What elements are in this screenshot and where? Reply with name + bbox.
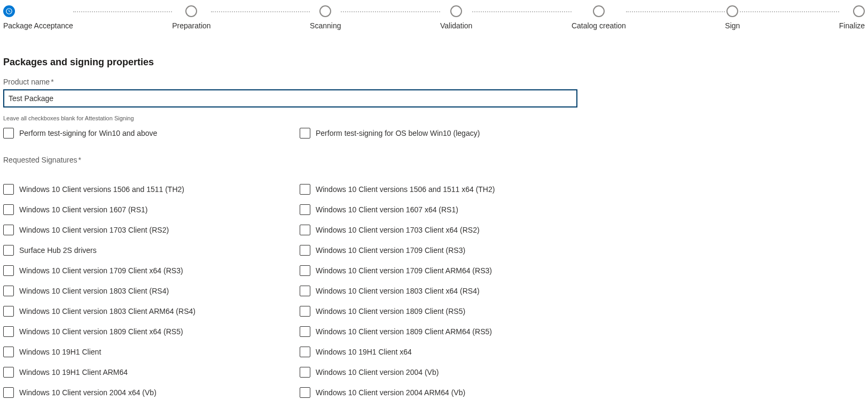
clock-icon xyxy=(3,5,15,17)
step-label: Sign xyxy=(725,21,740,30)
signature-option[interactable]: Windows 10 Client version 1803 Client AR… xyxy=(3,301,278,321)
signature-option[interactable]: Windows 10 Client version 1709 Client AR… xyxy=(300,260,575,281)
step-label: Scanning xyxy=(310,21,341,30)
step-connector xyxy=(472,11,571,12)
checkbox-label: Windows 10 19H1 Client x64 xyxy=(316,348,412,356)
checkbox-icon xyxy=(3,265,14,276)
step-connector xyxy=(73,11,172,12)
attestation-hint: Leave all checkboxes blank for Attestati… xyxy=(3,115,575,121)
checkbox-icon xyxy=(3,387,14,398)
checkbox-icon xyxy=(300,184,310,195)
checkbox-label: Windows 10 Client version 1709 Client (R… xyxy=(316,246,465,255)
step-label: Finalize xyxy=(839,21,865,30)
step-circle-icon xyxy=(450,5,462,17)
signature-option[interactable]: Windows 10 Client versions 1506 and 1511… xyxy=(3,179,278,199)
signature-option[interactable]: Windows 10 19H1 Client ARM64 xyxy=(3,362,278,382)
checkbox-label: Windows 10 Client version 1803 Client (R… xyxy=(19,287,169,295)
signature-option[interactable]: Windows 10 Client version 2004 (Vb) xyxy=(300,362,575,382)
step-circle-icon xyxy=(726,5,738,17)
checkbox-icon xyxy=(3,128,14,139)
product-name-input[interactable] xyxy=(3,89,577,107)
step-sign[interactable]: Sign xyxy=(725,5,740,30)
signature-option[interactable]: Windows 10 Client version 1803 Client (R… xyxy=(3,281,278,301)
signature-option[interactable]: Windows 10 Client version 1703 Client (R… xyxy=(3,220,278,240)
checkbox-test-sign-legacy[interactable]: Perform test-signing for OS below Win10 … xyxy=(300,127,575,140)
product-name-label: Product name* xyxy=(3,78,575,86)
checkbox-icon xyxy=(3,286,14,296)
checkbox-icon xyxy=(300,128,310,139)
checkbox-icon xyxy=(300,265,310,276)
step-preparation[interactable]: Preparation xyxy=(172,5,210,30)
signature-option[interactable]: Surface Hub 2S drivers xyxy=(3,240,278,260)
checkbox-label: Windows 10 Client versions 1506 and 1511… xyxy=(316,185,495,194)
section-title: Packages and signing properties xyxy=(3,57,575,68)
step-connector xyxy=(626,11,725,12)
checkbox-label: Perform test-signing for Win10 and above xyxy=(19,129,157,137)
signature-option[interactable]: Windows 10 19H1 Client xyxy=(3,342,278,362)
signature-option[interactable]: Windows 10 Client version 1809 Client AR… xyxy=(300,321,575,342)
checkbox-icon xyxy=(300,326,310,337)
signature-option[interactable]: Windows 10 Client version 2004 x64 (Vb) xyxy=(3,382,278,403)
checkbox-test-sign-win10[interactable]: Perform test-signing for Win10 and above xyxy=(3,127,278,140)
step-catalog-creation[interactable]: Catalog creation xyxy=(572,5,626,30)
checkbox-icon xyxy=(3,367,14,378)
checkbox-label: Windows 10 Client versions 1506 and 1511… xyxy=(19,185,184,194)
checkbox-label: Surface Hub 2S drivers xyxy=(19,246,97,255)
step-circle-icon xyxy=(593,5,605,17)
required-mark: * xyxy=(79,156,81,164)
signatures-column-right: Windows 10 Client versions 1506 and 1511… xyxy=(300,179,575,403)
step-circle-icon xyxy=(185,5,197,17)
signature-option[interactable]: Windows 10 19H1 Client x64 xyxy=(300,342,575,362)
checkbox-icon xyxy=(300,225,310,235)
checkbox-icon xyxy=(3,184,14,195)
checkbox-icon xyxy=(3,306,14,317)
step-label: Package Acceptance xyxy=(3,21,73,30)
checkbox-label: Windows 10 Client version 2004 x64 (Vb) xyxy=(19,388,157,397)
checkbox-label: Windows 10 Client version 1803 Client x6… xyxy=(316,287,480,295)
step-connector xyxy=(740,11,839,12)
signature-option[interactable]: Windows 10 Client version 1809 Client (R… xyxy=(300,301,575,321)
checkbox-label: Windows 10 Client version 1809 Client AR… xyxy=(316,327,492,336)
checkbox-icon xyxy=(300,306,310,317)
step-finalize[interactable]: Finalize xyxy=(839,5,865,30)
checkbox-icon xyxy=(300,204,310,215)
step-validation[interactable]: Validation xyxy=(440,5,472,30)
step-label: Validation xyxy=(440,21,472,30)
signature-option[interactable]: Windows 10 Client version 1607 (RS1) xyxy=(3,199,278,220)
checkbox-label: Windows 10 Client version 1709 Client x6… xyxy=(19,266,183,275)
signature-option[interactable]: Windows 10 Client version 1607 x64 (RS1) xyxy=(300,199,575,220)
required-mark: * xyxy=(51,78,53,86)
signature-option[interactable]: Windows 10 Client version 1709 Client (R… xyxy=(300,240,575,260)
signature-option[interactable]: Windows 10 Client version 2004 ARM64 (Vb… xyxy=(300,382,575,403)
step-label: Preparation xyxy=(172,21,210,30)
checkbox-icon xyxy=(300,286,310,296)
form-area: Packages and signing properties Product … xyxy=(0,30,578,406)
checkbox-label: Windows 10 19H1 Client xyxy=(19,348,101,356)
checkbox-icon xyxy=(300,387,310,398)
checkbox-label: Windows 10 Client version 1803 Client AR… xyxy=(19,307,196,316)
checkbox-label: Windows 10 19H1 Client ARM64 xyxy=(19,368,128,376)
step-package-acceptance[interactable]: Package Acceptance xyxy=(3,5,73,30)
checkbox-icon xyxy=(3,225,14,235)
checkbox-icon xyxy=(3,204,14,215)
requested-signatures-label: Requested Signatures* xyxy=(3,156,575,164)
signature-option[interactable]: Windows 10 Client version 1703 Client x6… xyxy=(300,220,575,240)
checkbox-label: Windows 10 Client version 1703 Client x6… xyxy=(316,226,480,234)
step-connector xyxy=(211,11,310,12)
checkbox-label: Windows 10 Client version 1607 (RS1) xyxy=(19,205,147,214)
checkbox-icon xyxy=(300,367,310,378)
wizard-stepper: Package Acceptance Preparation Scanning … xyxy=(0,0,868,30)
checkbox-label: Perform test-signing for OS below Win10 … xyxy=(316,129,480,137)
label-text: Product name xyxy=(3,78,50,86)
signature-option[interactable]: Windows 10 Client version 1803 Client x6… xyxy=(300,281,575,301)
checkbox-icon xyxy=(3,347,14,357)
checkbox-icon xyxy=(3,326,14,337)
signature-option[interactable]: Windows 10 Client version 1709 Client x6… xyxy=(3,260,278,281)
checkbox-label: Windows 10 Client version 1809 Client x6… xyxy=(19,327,183,336)
signature-option[interactable]: Windows 10 Client versions 1506 and 1511… xyxy=(300,179,575,199)
step-label: Catalog creation xyxy=(572,21,626,30)
checkbox-label: Windows 10 Client version 2004 (Vb) xyxy=(316,368,439,376)
signature-option[interactable]: Windows 10 Client version 1809 Client x6… xyxy=(3,321,278,342)
step-scanning[interactable]: Scanning xyxy=(310,5,341,30)
label-text: Requested Signatures xyxy=(3,156,77,164)
